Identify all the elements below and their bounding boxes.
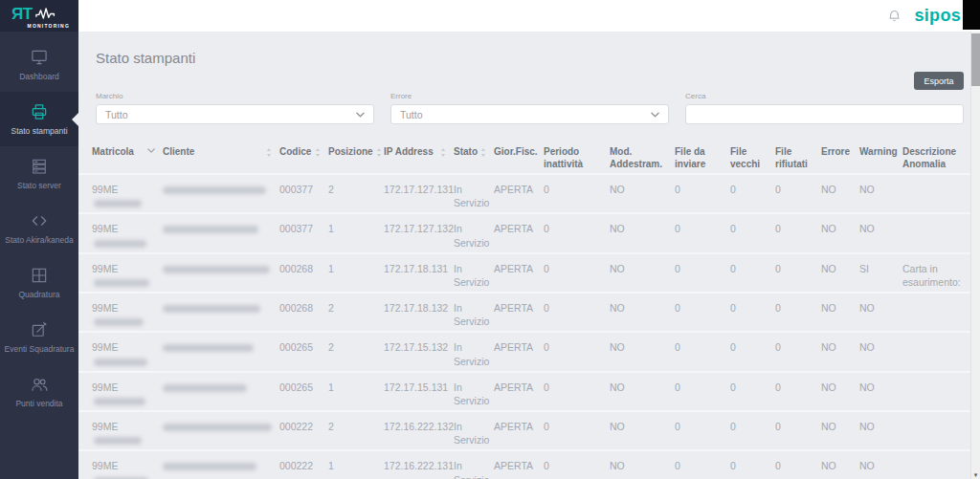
cell-ip: 172.17.127.131 — [384, 175, 454, 212]
cell-file_da_inviare: 0 — [675, 214, 730, 251]
cell-stato: In Servizio — [454, 412, 494, 449]
marchio-select[interactable]: Tutto — [96, 104, 374, 124]
sidebar-item-stato-stampanti[interactable]: Stato stampanti — [0, 92, 78, 146]
column-header-codice[interactable]: Codice — [279, 139, 328, 173]
cell-posizione: 1 — [328, 373, 384, 410]
export-button[interactable]: Esporta — [914, 72, 964, 90]
column-header-warning: Warning — [859, 139, 902, 173]
filter-group-marchio: MarchioTutto — [96, 92, 374, 124]
cell-cliente — [163, 333, 279, 370]
errore-select[interactable]: Tutto — [390, 104, 669, 124]
column-header-descrizione: Descrizione Anomalia — [902, 139, 969, 173]
cell-cliente — [163, 412, 279, 449]
column-header-cliente[interactable]: Cliente — [163, 139, 279, 173]
vertical-scrollbar[interactable]: ▾ — [970, 32, 980, 479]
sidebar-item-stato-server[interactable]: Stato server — [0, 146, 78, 201]
matricola-prefix: 99ME — [92, 341, 118, 353]
cell-posizione: 2 — [328, 333, 384, 370]
bell-icon[interactable] — [887, 9, 902, 23]
main-content: Stato stampanti Esporta MarchioTuttoErro… — [78, 32, 970, 479]
cell-stato: In Servizio — [454, 294, 494, 331]
cell-stato: In Servizio — [454, 451, 494, 479]
table-row: 99ME0002681172.17.18.131In ServizioAPERT… — [78, 252, 970, 292]
cell-warning: NO — [859, 294, 902, 331]
cell-file_da_inviare: 0 — [675, 294, 730, 331]
cell-file_da_inviare: 0 — [675, 175, 730, 212]
column-header-ip[interactable]: IP Address — [384, 139, 454, 173]
cell-descrizione — [902, 451, 969, 479]
cell-warning: NO — [859, 333, 902, 370]
cell-file_vecchi: 0 — [730, 333, 775, 370]
cell-mod_addestram: NO — [610, 294, 675, 331]
heartbeat-icon — [35, 8, 58, 20]
cell-ip: 172.17.18.132 — [384, 294, 454, 331]
column-header-posizione[interactable]: Posizione — [328, 139, 384, 173]
cell-errore: NO — [821, 214, 859, 251]
cell-file_vecchi: 0 — [730, 294, 775, 331]
cell-periodo: 0 — [544, 254, 610, 292]
sidebar-item-quadratura[interactable]: Quadratura — [0, 255, 78, 310]
column-header-matricola[interactable]: Matricola — [92, 139, 163, 173]
cell-codice: 000268 — [279, 254, 328, 292]
column-header-stato[interactable]: Stato — [454, 139, 494, 173]
product-name: sipos — [914, 6, 961, 26]
sidebar-item-eventi-squadratura[interactable]: Eventi Squadratura — [0, 310, 78, 364]
chevron-down-icon — [651, 112, 659, 118]
sidebar-item-punti-vendita[interactable]: Punti vendita — [0, 364, 78, 419]
edit-square-icon — [30, 320, 49, 339]
chevron-down-icon — [356, 112, 365, 118]
cell-file_vecchi: 0 — [730, 254, 775, 292]
search-input[interactable] — [695, 105, 954, 123]
printer-icon — [30, 102, 49, 121]
cell-errore: NO — [821, 373, 859, 410]
sidebar-item-label: Punti vendita — [15, 399, 62, 408]
cell-gior_fisc: APERTA — [494, 412, 544, 449]
sort-both-icon — [437, 148, 446, 157]
filter-label-marchio: Marchio — [96, 92, 374, 100]
cell-errore: NO — [821, 451, 859, 479]
sort-both-icon — [373, 148, 382, 157]
sort-both-icon — [478, 148, 486, 157]
sidebar-item-dashboard[interactable]: Dashboard — [0, 37, 78, 92]
table-row: 99ME0002651172.17.15.131In ServizioAPERT… — [78, 371, 970, 410]
column-label: Warning — [859, 145, 898, 158]
printers-table: MatricolaClienteCodicePosizioneIP Addres… — [78, 139, 970, 479]
column-label: IP Address — [384, 145, 434, 158]
cell-posizione: 1 — [328, 254, 384, 292]
cell-cliente — [163, 373, 279, 410]
cell-errore: NO — [821, 412, 859, 449]
cell-periodo: 0 — [544, 214, 610, 251]
table-row: 99ME0002682172.17.18.132In ServizioAPERT… — [78, 292, 970, 331]
select-value: Tutto — [400, 109, 423, 120]
sidebar-item-label: Eventi Squadratura — [5, 344, 75, 354]
cell-file_rifiutati: 0 — [775, 175, 821, 212]
cell-posizione: 2 — [328, 294, 384, 331]
sidebar-item-stato-akira-kaneda[interactable]: Stato Akira/kaneda — [0, 201, 78, 255]
column-label: Errore — [821, 145, 850, 158]
redacted-cliente — [163, 266, 270, 273]
redacted-matricola — [94, 318, 144, 326]
cell-file_da_inviare: 0 — [675, 451, 730, 479]
select-value: Tutto — [105, 109, 128, 120]
cell-gior_fisc: APERTA — [494, 373, 544, 410]
cell-errore: NO — [821, 294, 859, 331]
scrollbar-thumb[interactable] — [971, 33, 980, 86]
cell-descrizione — [902, 373, 969, 410]
cell-matricola: 99ME — [92, 373, 163, 410]
sort-both-icon — [312, 148, 321, 157]
cell-ip: 172.17.15.131 — [384, 373, 454, 410]
scrollbar-down-arrow[interactable]: ▾ — [971, 471, 980, 478]
cell-periodo: 0 — [544, 451, 610, 479]
cell-descrizione — [902, 412, 969, 449]
cell-errore: NO — [821, 333, 859, 370]
sidebar: ЯT MONITORING DashboardStato stampantiSt… — [0, 0, 78, 479]
monitor-icon — [30, 48, 49, 67]
filter-group-errore: ErroreTutto — [390, 92, 669, 124]
cell-file_vecchi: 0 — [730, 214, 775, 251]
sort-both-icon — [263, 148, 272, 157]
filter-label-errore: Errore — [390, 92, 669, 100]
cell-stato: In Servizio — [454, 254, 494, 292]
cell-file_vecchi: 0 — [730, 373, 775, 410]
cell-stato: In Servizio — [454, 373, 494, 410]
table-row: 99ME0002222172.16.222.132In ServizioAPER… — [78, 410, 970, 449]
